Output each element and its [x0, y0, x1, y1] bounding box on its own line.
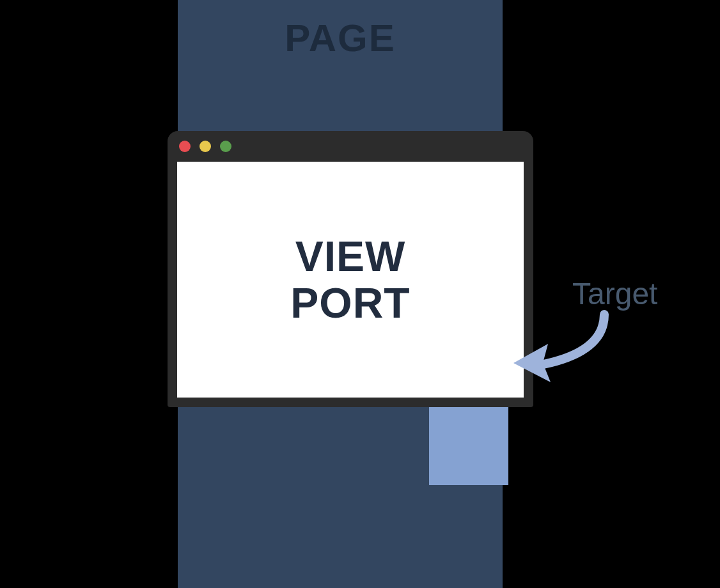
- target-label: Target: [572, 276, 657, 311]
- window-title-bar: [168, 131, 533, 162]
- page-title: PAGE: [178, 16, 503, 60]
- viewport-body: VIEW PORT: [177, 162, 524, 398]
- browser-window: VIEW PORT: [168, 131, 533, 407]
- viewport-label-line1: VIEW: [295, 233, 406, 280]
- window-maximize-dot: [220, 141, 231, 152]
- viewport-label-line2: PORT: [290, 279, 410, 327]
- window-minimize-dot: [200, 141, 211, 152]
- window-close-dot: [179, 141, 191, 152]
- viewport-label: VIEW PORT: [290, 233, 410, 326]
